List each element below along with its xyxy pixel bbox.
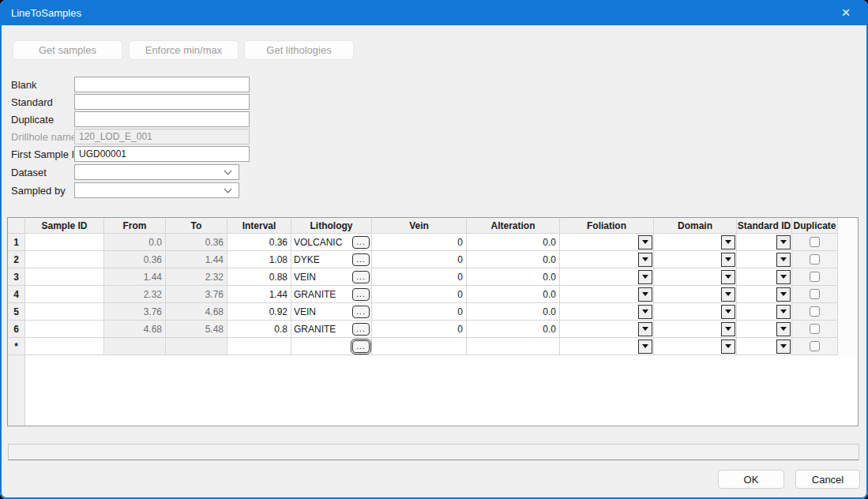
cell-interval[interactable]: 1.08	[227, 251, 291, 268]
cell-standard-id[interactable]	[737, 251, 792, 268]
cell-vein[interactable]: 0	[372, 268, 467, 286]
cell-foliation[interactable]	[560, 321, 654, 338]
cell-standard-id[interactable]	[737, 321, 792, 338]
foliation-dropdown-button[interactable]	[638, 287, 652, 302]
cell-vein[interactable]: 0	[372, 251, 467, 268]
domain-dropdown-button[interactable]	[721, 235, 735, 250]
cell-lithology[interactable]: VOLCANIC ...	[291, 234, 372, 251]
header-corner[interactable]	[8, 218, 25, 234]
cell-domain[interactable]	[654, 286, 737, 303]
cell-sample-id[interactable]	[25, 251, 104, 268]
lithology-picker-button[interactable]: ...	[352, 306, 370, 318]
header-standard-id[interactable]: Standard ID	[737, 218, 792, 234]
row-header[interactable]: 2	[8, 251, 25, 268]
row-header[interactable]: 4	[8, 286, 25, 303]
cell-alteration[interactable]: 0.0	[467, 251, 560, 268]
cell-foliation[interactable]	[560, 234, 654, 251]
header-lithology[interactable]: Lithology	[291, 218, 372, 234]
cell-interval[interactable]: 0.88	[227, 268, 291, 286]
cell-lithology[interactable]: GRANITE ...	[291, 321, 372, 338]
cell-standard-id[interactable]	[737, 303, 792, 321]
cell-duplicate[interactable]	[792, 251, 838, 268]
duplicate-input[interactable]	[74, 111, 250, 127]
domain-dropdown-button[interactable]	[721, 340, 735, 354]
row-header[interactable]: 1	[8, 234, 25, 251]
duplicate-checkbox[interactable]	[810, 341, 820, 351]
header-interval[interactable]: Interval	[227, 218, 291, 234]
ok-button[interactable]: OK	[718, 470, 784, 489]
cell-duplicate[interactable]	[792, 268, 838, 286]
header-duplicate[interactable]: Duplicate	[792, 218, 838, 234]
lithology-picker-button[interactable]: ...	[352, 323, 370, 336]
cell-lithology[interactable]: VEIN ...	[291, 268, 372, 286]
enforce-min-max-button[interactable]: Enforce min/max	[129, 40, 239, 60]
cell-sample-id[interactable]	[25, 338, 104, 355]
row-header[interactable]: 3	[8, 268, 25, 286]
domain-dropdown-button[interactable]	[721, 322, 735, 336]
cell-alteration[interactable]: 0.0	[467, 303, 560, 321]
header-vein[interactable]: Vein	[372, 218, 467, 234]
blank-input[interactable]	[74, 77, 250, 92]
domain-dropdown-button[interactable]	[721, 253, 735, 267]
standard-id-dropdown-button[interactable]	[776, 340, 791, 354]
cell-duplicate[interactable]	[792, 321, 838, 338]
cell-lithology[interactable]: GRANITE ...	[291, 286, 372, 303]
cell-foliation[interactable]	[560, 338, 654, 355]
cell-vein[interactable]: 0	[372, 303, 467, 321]
header-domain[interactable]: Domain	[654, 218, 737, 234]
cell-duplicate[interactable]	[792, 286, 838, 303]
cell-lithology[interactable]: DYKE ...	[291, 251, 372, 268]
cell-duplicate[interactable]	[792, 234, 838, 251]
cell-sample-id[interactable]	[25, 321, 104, 338]
cell-alteration[interactable]: 0.0	[467, 286, 560, 303]
header-to[interactable]: To	[166, 218, 227, 234]
cell-alteration[interactable]: 0.0	[467, 234, 560, 251]
lithology-picker-button[interactable]: ...	[352, 271, 370, 283]
cell-interval[interactable]: 0.92	[227, 303, 291, 321]
duplicate-checkbox[interactable]	[810, 306, 820, 317]
lithology-picker-button[interactable]: ...	[352, 288, 370, 301]
get-lithologies-button[interactable]: Get lithologies	[244, 40, 354, 60]
foliation-dropdown-button[interactable]	[638, 253, 652, 267]
cell-duplicate[interactable]	[792, 338, 838, 355]
domain-dropdown-button[interactable]	[721, 305, 735, 319]
sampled-by-dropdown[interactable]	[74, 182, 239, 198]
lithology-picker-button[interactable]: ...	[352, 340, 370, 353]
cell-alteration[interactable]: 0.0	[467, 268, 560, 286]
cell-domain[interactable]	[654, 303, 737, 321]
standard-id-dropdown-button[interactable]	[776, 270, 791, 284]
cell-sample-id[interactable]	[25, 286, 104, 303]
cell-foliation[interactable]	[560, 286, 654, 303]
duplicate-checkbox[interactable]	[810, 272, 820, 282]
cell-domain[interactable]	[654, 321, 737, 338]
cell-sample-id[interactable]	[25, 234, 104, 251]
foliation-dropdown-button[interactable]	[638, 270, 652, 284]
cell-standard-id[interactable]	[737, 234, 792, 251]
standard-id-dropdown-button[interactable]	[776, 253, 791, 267]
domain-dropdown-button[interactable]	[721, 270, 735, 284]
get-samples-button[interactable]: Get samples	[13, 40, 122, 60]
cell-sample-id[interactable]	[25, 268, 104, 286]
cancel-button[interactable]: Cancel	[795, 470, 860, 489]
cell-foliation[interactable]	[560, 303, 654, 321]
domain-dropdown-button[interactable]	[721, 287, 735, 302]
cell-foliation[interactable]	[560, 251, 654, 268]
header-foliation[interactable]: Foliation	[560, 218, 654, 234]
foliation-dropdown-button[interactable]	[638, 322, 652, 336]
cell-standard-id[interactable]	[737, 338, 792, 355]
duplicate-checkbox[interactable]	[810, 324, 820, 334]
duplicate-checkbox[interactable]	[810, 254, 820, 265]
cell-duplicate[interactable]	[792, 303, 838, 321]
foliation-dropdown-button[interactable]	[638, 305, 652, 319]
cell-alteration[interactable]	[467, 338, 560, 355]
lithology-picker-button[interactable]: ...	[352, 253, 370, 266]
row-header[interactable]: 6	[8, 321, 25, 338]
duplicate-checkbox[interactable]	[810, 289, 820, 299]
foliation-dropdown-button[interactable]	[638, 340, 652, 354]
cell-alteration[interactable]: 0.0	[467, 321, 560, 338]
cell-domain[interactable]	[654, 251, 737, 268]
cell-vein[interactable]: 0	[372, 286, 467, 303]
header-sample-id[interactable]: Sample ID	[25, 218, 104, 234]
cell-vein[interactable]: 0	[372, 321, 467, 338]
dataset-dropdown[interactable]	[74, 164, 239, 180]
